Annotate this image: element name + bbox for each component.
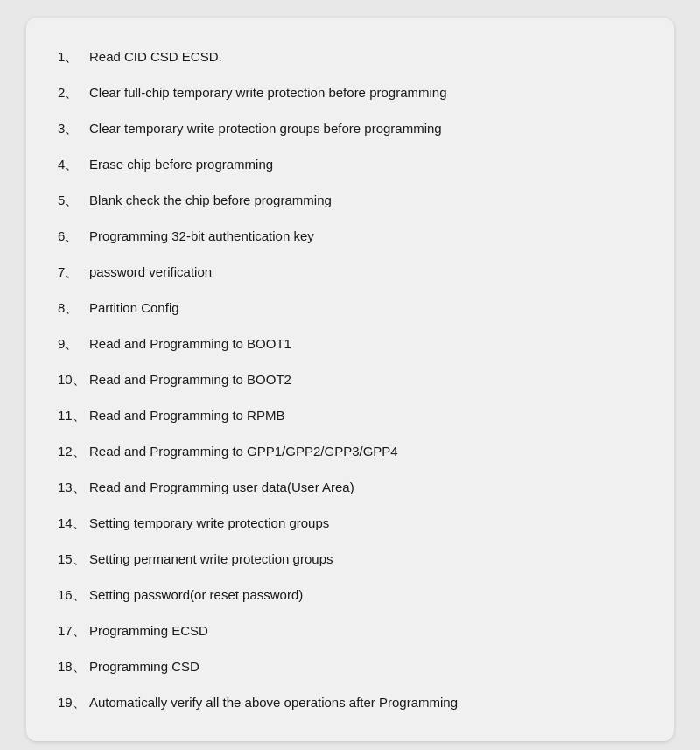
list-item: 13Read and Programming user data(User Ar… bbox=[54, 469, 646, 505]
item-number: 7 bbox=[58, 263, 89, 281]
list-item: 18Programming CSD bbox=[54, 648, 646, 684]
list-item: 2Clear full-chip temporary write protect… bbox=[54, 74, 646, 110]
item-number: 6 bbox=[58, 227, 89, 245]
list-item: 14Setting temporary write protection gro… bbox=[54, 505, 646, 541]
item-number: 11 bbox=[58, 406, 89, 424]
item-text: Clear full-chip temporary write protecti… bbox=[89, 83, 642, 102]
item-number: 2 bbox=[58, 83, 89, 102]
item-number: 5 bbox=[58, 191, 89, 209]
item-number: 12 bbox=[58, 442, 89, 460]
list-item: 17Programming ECSD bbox=[54, 613, 646, 648]
list-item: 4Erase chip before programming bbox=[54, 146, 646, 182]
item-text: Setting password(or reset password) bbox=[89, 585, 642, 604]
item-number: 17 bbox=[58, 621, 89, 640]
item-text: Read and Programming to BOOT1 bbox=[89, 334, 642, 353]
item-number: 15 bbox=[58, 550, 89, 568]
list-item: 5Blank check the chip before programming bbox=[54, 182, 646, 218]
item-number: 1 bbox=[58, 47, 89, 66]
item-text: Setting permanent write protection group… bbox=[89, 550, 642, 568]
item-text: Read CID CSD ECSD. bbox=[89, 47, 642, 66]
item-text: Erase chip before programming bbox=[89, 155, 642, 173]
item-text: Read and Programming to RPMB bbox=[89, 406, 642, 424]
item-number: 16 bbox=[58, 585, 89, 604]
item-text: Programming 32-bit authentication key bbox=[89, 227, 642, 245]
list-item: 7password verification bbox=[54, 254, 646, 290]
list-item: 6Programming 32-bit authentication key bbox=[54, 218, 646, 254]
item-number: 18 bbox=[58, 657, 89, 676]
item-number: 14 bbox=[58, 514, 89, 532]
list-item: 3Clear temporary write protection groups… bbox=[54, 110, 646, 146]
list-item: 10Read and Programming to BOOT2 bbox=[54, 361, 646, 397]
list-item: 8Partition Config bbox=[54, 290, 646, 326]
item-number: 9 bbox=[58, 334, 89, 353]
item-text: Read and Programming to BOOT2 bbox=[89, 370, 642, 389]
list-item: 1Read CID CSD ECSD. bbox=[54, 39, 646, 74]
item-text: Automatically verify all the above opera… bbox=[89, 693, 642, 711]
steps-list: 1Read CID CSD ECSD.2Clear full-chip temp… bbox=[54, 39, 646, 720]
item-number: 10 bbox=[58, 370, 89, 389]
item-number: 8 bbox=[58, 298, 89, 317]
item-text: Partition Config bbox=[89, 298, 642, 317]
list-item: 9Read and Programming to BOOT1 bbox=[54, 326, 646, 361]
item-text: Programming CSD bbox=[89, 657, 642, 676]
item-text: Read and Programming to GPP1/GPP2/GPP3/G… bbox=[89, 442, 642, 460]
item-text: Read and Programming user data(User Area… bbox=[89, 478, 642, 496]
item-number: 4 bbox=[58, 155, 89, 173]
main-card: 1Read CID CSD ECSD.2Clear full-chip temp… bbox=[26, 18, 674, 741]
list-item: 11Read and Programming to RPMB bbox=[54, 397, 646, 433]
item-number: 19 bbox=[58, 693, 89, 711]
item-number: 3 bbox=[58, 119, 89, 137]
item-text: Clear temporary write protection groups … bbox=[89, 119, 642, 137]
item-text: Programming ECSD bbox=[89, 621, 642, 640]
list-item: 12Read and Programming to GPP1/GPP2/GPP3… bbox=[54, 433, 646, 469]
list-item: 16Setting password(or reset password) bbox=[54, 577, 646, 613]
item-text: password verification bbox=[89, 263, 642, 281]
item-number: 13 bbox=[58, 478, 89, 496]
item-text: Blank check the chip before programming bbox=[89, 191, 642, 209]
item-text: Setting temporary write protection group… bbox=[89, 514, 642, 532]
list-item: 19Automatically verify all the above ope… bbox=[54, 684, 646, 720]
list-item: 15Setting permanent write protection gro… bbox=[54, 541, 646, 577]
